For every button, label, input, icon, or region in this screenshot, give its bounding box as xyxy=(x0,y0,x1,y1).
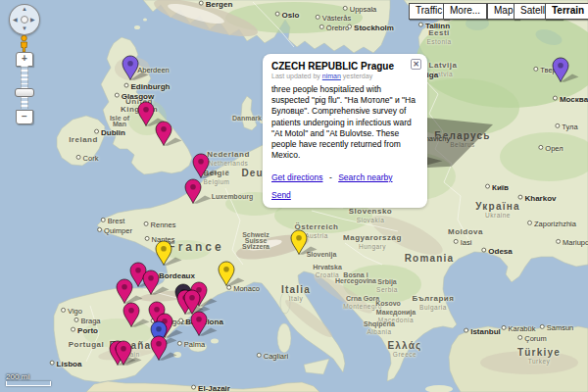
close-icon[interactable]: ✕ xyxy=(411,59,421,70)
pin-icon xyxy=(155,240,184,268)
zoom-in-button[interactable]: + xyxy=(16,52,33,67)
map-pin-purple[interactable] xyxy=(552,57,581,84)
more-button[interactable]: More... xyxy=(443,3,487,20)
pan-right-icon[interactable]: ▶ xyxy=(30,16,35,23)
pin-icon xyxy=(122,302,152,329)
pin-icon xyxy=(142,270,172,297)
pin-icon xyxy=(150,335,179,363)
infowindow-send-row: Send xyxy=(271,184,418,202)
map-pin-pink[interactable] xyxy=(155,121,184,148)
scale-bar: 200 mi xyxy=(6,372,51,386)
map-pin-pink[interactable] xyxy=(142,270,172,297)
pin-icon xyxy=(192,153,221,180)
pan-control[interactable]: ▲ ▼ ◀ ▶ xyxy=(9,4,40,35)
scale-label: 200 mi xyxy=(6,372,51,381)
map-pin-pink[interactable] xyxy=(192,153,221,180)
pin-icon xyxy=(218,261,247,288)
pin-icon xyxy=(155,121,184,148)
map-pin-purple[interactable] xyxy=(122,55,151,82)
zoom-slider-handle[interactable] xyxy=(15,88,34,97)
terrain-type-button[interactable]: Terrain xyxy=(545,3,588,20)
pin-icon xyxy=(122,55,151,82)
pin-icon xyxy=(184,178,214,206)
map-pin-pink[interactable] xyxy=(184,178,214,206)
link-separator: - xyxy=(329,172,332,182)
pin-icon xyxy=(552,57,581,84)
scale-line xyxy=(6,381,51,386)
updated-prefix: Last updated by xyxy=(271,73,320,79)
infowindow-updated: Last updated by niman yesterday xyxy=(271,73,418,79)
send-link[interactable]: Send xyxy=(271,190,291,200)
map-pin-yellow[interactable] xyxy=(290,229,319,257)
updated-suffix: yesterday xyxy=(343,73,372,79)
pin-icon xyxy=(115,340,144,368)
infowindow-links: Get directions - Search nearby xyxy=(271,167,418,184)
map-pin-pink[interactable] xyxy=(122,302,152,329)
pegman-icon xyxy=(18,35,30,53)
infowindow: ✕ CZECH REPUBLIC Prague Last updated by … xyxy=(263,54,427,208)
map-pin-pink[interactable] xyxy=(190,311,220,338)
map-pin-yellow[interactable] xyxy=(155,240,184,268)
pan-left-icon[interactable]: ◀ xyxy=(13,16,18,23)
pin-icon xyxy=(190,311,220,338)
pin-icon xyxy=(290,229,319,257)
get-directions-link[interactable]: Get directions xyxy=(271,172,322,182)
search-nearby-link[interactable]: Search nearby xyxy=(338,172,392,182)
infowindow-body: three people hospitalized with suspected… xyxy=(271,84,418,162)
map-canvas[interactable]: FranceDeutschlandGermanyPolskaPolandČesk… xyxy=(0,0,588,392)
pan-up-icon[interactable]: ▲ xyxy=(22,6,27,12)
zoom-out-button[interactable]: − xyxy=(16,110,33,124)
map-pin-pink[interactable] xyxy=(115,340,144,368)
map-pin-pink[interactable] xyxy=(150,335,179,363)
author-link[interactable]: niman xyxy=(322,73,341,79)
zoom-slider-track[interactable] xyxy=(21,66,28,109)
infowindow-title: CZECH REPUBLIC Prague xyxy=(271,61,418,72)
pan-down-icon[interactable]: ▼ xyxy=(22,25,27,31)
map-pin-yellow[interactable] xyxy=(218,261,247,288)
pan-center-icon[interactable] xyxy=(21,16,28,24)
